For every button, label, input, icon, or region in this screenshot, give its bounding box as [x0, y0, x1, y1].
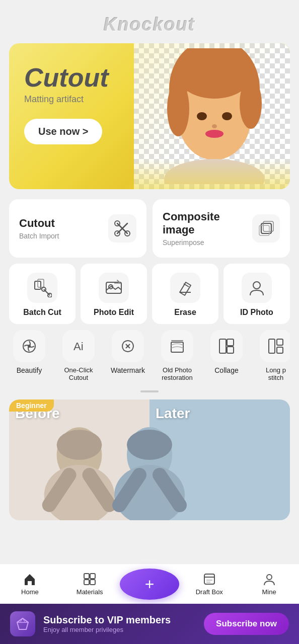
vip-icon — [10, 611, 35, 636]
old-photo-label: Old Photorestoration — [162, 366, 192, 381]
cutout-desc: Batch Import — [19, 232, 59, 240]
cutout-name: Cutout — [19, 217, 59, 230]
app-title: Knockout — [0, 14, 299, 35]
old-photo-svg — [168, 337, 186, 355]
svg-rect-42 — [277, 339, 283, 345]
svg-rect-58 — [204, 574, 214, 584]
id-photo-card[interactable]: ID Photo — [223, 264, 290, 324]
bottom-nav: Home Materials + Draft Box — [0, 564, 299, 604]
svg-point-59 — [267, 575, 272, 580]
beautify-item[interactable]: Beautify — [9, 330, 49, 381]
svg-text:Ai: Ai — [73, 340, 84, 353]
id-photo-label: ID Photo — [240, 308, 273, 317]
layers-icon — [257, 219, 275, 237]
hero-banner: Cutout Matting artifact Use now > — [9, 43, 290, 189]
svg-point-7 — [222, 112, 232, 120]
cutout-icon — [108, 214, 136, 243]
batch-cut-card[interactable]: Batch Cut — [9, 264, 76, 324]
photo-edit-card[interactable]: Photo Edit — [81, 264, 147, 324]
beautify-icon — [13, 330, 45, 362]
batch-cut-icon — [33, 278, 52, 297]
svg-rect-38 — [219, 339, 226, 353]
photo-edit-icon-circle — [99, 273, 129, 303]
collage-svg — [217, 337, 236, 355]
svg-point-5 — [240, 78, 262, 129]
nav-home[interactable]: Home — [0, 572, 60, 596]
home-svg — [23, 572, 37, 586]
draft-icon — [202, 572, 216, 586]
svg-rect-57 — [90, 580, 95, 585]
svg-rect-43 — [277, 347, 283, 353]
after-label: Later — [156, 406, 284, 422]
watermark-icon — [112, 330, 144, 362]
vip-title: Subscribe to VIP members — [43, 614, 196, 626]
beautify-label: Beautify — [17, 366, 42, 374]
svg-point-32 — [28, 345, 31, 348]
one-click-label: One-ClickCutout — [64, 366, 93, 381]
after-person-svg — [9, 425, 290, 520]
svg-point-3 — [178, 53, 251, 99]
batch-cut-label: Batch Cut — [23, 308, 61, 317]
id-photo-icon-circle — [242, 273, 272, 303]
watermark-label: Watermark — [111, 366, 145, 374]
long-stitch-icon — [260, 330, 290, 362]
svg-point-6 — [197, 112, 207, 120]
svg-point-30 — [253, 282, 260, 289]
long-stitch-item[interactable]: Long pstitch — [256, 330, 290, 381]
composite-icon — [252, 214, 280, 243]
mine-label: Mine — [262, 588, 276, 596]
photo-edit-icon — [104, 278, 123, 297]
vip-subtitle: Enjoy all member privileges — [43, 626, 196, 633]
erase-icon — [176, 278, 195, 297]
svg-rect-16 — [261, 223, 271, 233]
one-click-item[interactable]: Ai One-ClickCutout — [58, 330, 99, 381]
svg-rect-40 — [227, 347, 234, 353]
one-click-svg: Ai — [69, 337, 88, 355]
cutout-card[interactable]: Cutout Batch Import — [9, 199, 146, 258]
hero-text: Cutout Matting artifact Use now > — [24, 63, 108, 144]
materials-label: Materials — [77, 588, 103, 596]
mine-icon — [262, 572, 276, 586]
after-panel: Later — [150, 399, 290, 520]
composite-desc: Superimpose — [163, 238, 252, 247]
svg-point-8 — [212, 124, 217, 128]
home-label: Home — [21, 588, 39, 596]
vip-diamond-icon — [15, 616, 30, 631]
scroll-tools-row: Beautify Ai One-ClickCutout Watermark — [9, 330, 290, 386]
nav-draft[interactable]: Draft Box — [179, 572, 239, 596]
use-now-button[interactable]: Use now > — [24, 119, 102, 144]
composite-name: Composite image — [163, 210, 252, 236]
photo-edit-label: Photo Edit — [94, 308, 134, 317]
long-stitch-label: Long pstitch — [266, 366, 286, 381]
add-button[interactable]: + — [120, 569, 180, 600]
id-photo-icon — [247, 278, 266, 297]
svg-rect-54 — [84, 574, 89, 579]
erase-card[interactable]: Erase — [152, 264, 218, 324]
subscribe-now-button[interactable]: Subscribe now — [204, 613, 289, 635]
watermark-item[interactable]: Watermark — [108, 330, 148, 381]
vip-text: Subscribe to VIP members Enjoy all membe… — [43, 614, 196, 633]
collage-label: Collage — [214, 366, 238, 374]
draft-svg — [202, 572, 216, 586]
erase-label: Erase — [174, 308, 196, 317]
collage-item[interactable]: Collage — [206, 330, 247, 381]
header: Knockout — [0, 0, 299, 43]
mine-svg — [262, 572, 276, 586]
composite-card[interactable]: Composite image Superimpose — [153, 199, 290, 258]
one-click-icon: Ai — [62, 330, 95, 362]
svg-point-4 — [167, 81, 189, 136]
nav-materials[interactable]: Materials — [60, 572, 120, 596]
svg-point-9 — [205, 130, 223, 138]
long-stitch-svg — [267, 337, 285, 355]
feature-top-row: Cutout Batch Import Composite image Supe… — [9, 199, 290, 258]
scroll-dot — [140, 390, 159, 392]
before-after-section: Beginner Before Later — [9, 399, 290, 520]
wave-decoration — [134, 159, 290, 189]
old-photo-item[interactable]: Old Photorestoration — [157, 330, 197, 381]
vip-banner: Subscribe to VIP members Enjoy all membe… — [0, 604, 299, 644]
feature-section: Cutout Batch Import Composite image Supe… — [9, 199, 290, 386]
svg-rect-37 — [171, 340, 183, 341]
watermark-svg — [119, 337, 137, 355]
svg-rect-41 — [269, 339, 275, 353]
nav-mine[interactable]: Mine — [239, 572, 299, 596]
